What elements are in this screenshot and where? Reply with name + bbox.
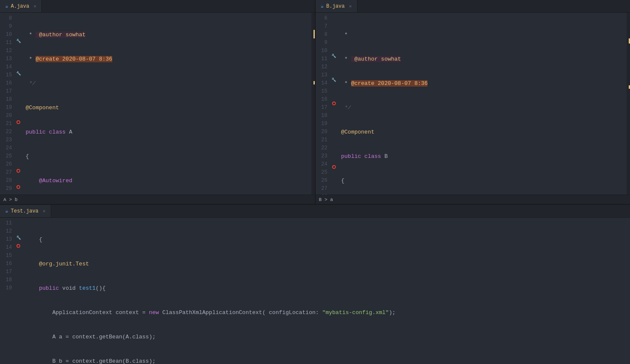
right-gutter-27 [331, 179, 337, 187]
breadcrumb-text-right: B > a [319, 197, 333, 202]
bottom-code-line-12: @org.junit.Test [26, 260, 627, 268]
left-code-area: 8910111213 141516171819 202122232425 262… [0, 13, 315, 195]
bottom-code-area: 1112131415 16171819 🔧 ⭕ { @o [0, 218, 630, 364]
code-line-14: @Autowired [26, 177, 308, 185]
right-code-line-7: * @author sowhat [341, 55, 624, 63]
right-gutter-22 [331, 139, 337, 147]
gutter-icon-15: 🔧 [15, 70, 21, 78]
left-code-content[interactable]: * @author sowhat * @create 2020-08-07 8:… [22, 13, 311, 195]
gutter-icon-14 [15, 61, 21, 70]
tab-label-b: B.java [326, 3, 345, 9]
bottom-line-numbers: 1112131415 16171819 [0, 218, 15, 364]
right-gutter-9 [331, 37, 337, 45]
gutter-icon-28 [15, 175, 21, 183]
gutter-icon-19 [15, 102, 21, 110]
gutter-icon-24 [15, 143, 21, 151]
tab-label-test: Test.java [11, 208, 38, 214]
bottom-gutter-17 [15, 266, 21, 274]
right-gutter-12 [331, 60, 337, 68]
gutter-icon-25 [15, 151, 21, 159]
bottom-gutter-11 [15, 218, 21, 226]
right-gutter-17: ⭕ [331, 100, 337, 108]
close-icon-b[interactable]: ✕ [349, 3, 352, 9]
right-gutter-19 [331, 116, 337, 124]
right-code-area: 67891011 121314151617 181920212223 24252… [316, 13, 630, 195]
right-gutter-16 [331, 92, 337, 100]
code-line-13: { [26, 152, 308, 160]
left-editor: ☕ A.java ✕ 8910111213 141516171819 20212… [0, 0, 316, 204]
gutter-icon-21: ⭕ [15, 118, 21, 126]
right-gutter-14: 🔧 [331, 76, 337, 84]
gutter-icon-9 [15, 21, 21, 29]
gutter-icon-23 [15, 134, 21, 143]
right-gutter-13 [331, 68, 337, 76]
right-gutter-28 [331, 186, 337, 195]
tab-a-java[interactable]: ☕ A.java ✕ [0, 0, 42, 12]
right-editor: ☕ B.java ✕ 67891011 121314151617 1819202… [316, 0, 630, 204]
code-line-11: @Component [26, 104, 308, 112]
left-scrollbar[interactable] [311, 13, 315, 195]
code-line-10: */ [26, 79, 308, 87]
tab-test-java[interactable]: ☕ Test.java ✕ [0, 205, 51, 217]
gutter-icon-11: 🔧 [15, 37, 21, 45]
right-code-line-6: * [341, 31, 624, 39]
code-line-12: public class A [26, 128, 308, 136]
right-gutter-24 [331, 155, 337, 163]
bottom-code-content[interactable]: { @org.junit.Test public void test1(){ A… [22, 218, 630, 364]
java-icon: ☕ [5, 3, 8, 9]
right-gutter-25: ⭕ [331, 163, 337, 171]
right-code-line-11: public class B [341, 152, 624, 160]
bottom-code-line-15: A a = context.getBean(A.class); [26, 333, 627, 341]
right-gutter-8 [331, 29, 337, 37]
bottom-gutter-18 [15, 274, 21, 282]
bottom-gutter: 🔧 ⭕ [15, 218, 22, 364]
gutter-icon-17 [15, 86, 21, 94]
right-code-content[interactable]: * * @author sowhat * @create 2020-08-07 … [338, 13, 627, 195]
close-icon-a[interactable]: ✕ [33, 3, 36, 9]
bottom-gutter-19 [15, 282, 21, 291]
gutter-icon-26 [15, 159, 21, 167]
bottom-pane-container: ☕ Test.java ✕ 1112131415 16171819 🔧 ⭕ [0, 205, 630, 364]
java-icon-test: ☕ [5, 208, 8, 214]
right-code-line-9: */ [341, 104, 624, 112]
left-breadcrumb: A > b [0, 195, 315, 204]
bottom-tab-bar: ☕ Test.java ✕ [0, 205, 630, 218]
right-code-line-8: * @create 2020-08-07 8:36 [341, 79, 624, 87]
left-gutter: 🔧 🔧 ⭕ ⭕ ⭕ [15, 13, 22, 195]
right-gutter-10 [331, 44, 337, 52]
right-code-line-12: { [341, 177, 624, 185]
tab-b-java[interactable]: ☕ B.java ✕ [316, 0, 357, 12]
right-gutter-18 [331, 108, 337, 116]
code-line-9: * @create 2020-08-07 8:36 [26, 55, 308, 63]
java-icon-b: ☕ [321, 3, 324, 9]
right-gutter-21 [331, 131, 337, 140]
gutter-icon-22 [15, 126, 21, 134]
bottom-gutter-16 [15, 258, 21, 266]
gutter-icon-29: ⭕ [15, 183, 21, 191]
right-tab-bar: ☕ B.java ✕ [316, 0, 630, 13]
gutter-icon-27: ⭕ [15, 167, 21, 175]
code-line-8: * @author sowhat [26, 31, 308, 39]
bottom-gutter-13: 🔧 [15, 234, 21, 242]
top-split-pane: ☕ A.java ✕ 8910111213 141516171819 20212… [0, 0, 630, 205]
bottom-editor: ☕ Test.java ✕ 1112131415 16171819 🔧 ⭕ [0, 205, 630, 364]
bottom-code-line-13: public void test1(){ [26, 284, 627, 292]
right-code-line-10: @Component [341, 128, 624, 136]
gutter-icon-20 [15, 110, 21, 118]
right-gutter: 🔧 🔧 ⭕ ⭕ [331, 13, 338, 195]
close-icon-test[interactable]: ✕ [43, 208, 46, 214]
right-breadcrumb: B > a [316, 195, 630, 204]
right-gutter-26 [331, 171, 337, 179]
right-gutter-6 [331, 13, 337, 21]
gutter-icon-12 [15, 45, 21, 53]
right-gutter-15 [331, 84, 337, 92]
right-scrollbar[interactable] [627, 13, 630, 195]
left-line-numbers: 8910111213 141516171819 202122232425 262… [0, 13, 15, 195]
bottom-code-line-14: ApplicationContext context = new ClassPa… [26, 309, 627, 317]
tab-label-a: A.java [11, 3, 29, 9]
bottom-code-line-16: B b = context.getBean(B.class); [26, 357, 627, 364]
gutter-icon-8 [15, 13, 21, 21]
bottom-gutter-14: ⭕ [15, 242, 21, 250]
gutter-icon-13 [15, 53, 21, 61]
bottom-code-line-11: { [26, 236, 627, 244]
